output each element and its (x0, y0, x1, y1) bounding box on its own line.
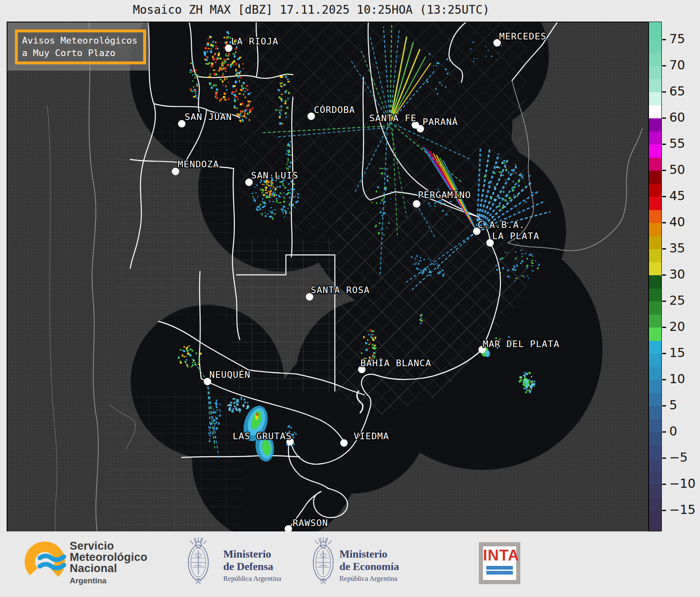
colorbar-tick-label: 25 (669, 293, 685, 308)
radar-echo-cell (272, 188, 273, 189)
radar-echo-cell (375, 197, 376, 199)
radar-echo-cell (494, 186, 495, 188)
colorbar-segment (649, 144, 661, 158)
radar-echo-cell (195, 364, 196, 365)
radar-echo-cell (387, 176, 388, 178)
radar-echo-cell (193, 86, 194, 88)
colorbar-segment (649, 262, 661, 276)
radar-echo-cell (288, 159, 289, 161)
radar-echo-cell (514, 267, 515, 269)
radar-echo-cell (216, 59, 218, 61)
radar-echo-cell (224, 99, 227, 100)
radar-echo-cell (260, 182, 261, 184)
radar-echo-cell (272, 182, 273, 184)
radar-echo-cell (242, 404, 244, 406)
radar-echo-cell (289, 166, 291, 167)
radar-echo-cell (222, 73, 224, 75)
radar-echo-cell (370, 329, 371, 331)
radar-echo-blob (256, 413, 259, 416)
radar-echo-cell (247, 405, 249, 407)
radar-echo-cell (520, 379, 522, 382)
smn-line1: Servicio (70, 541, 147, 552)
radar-echo-cell (283, 205, 284, 206)
radar-echo-cell (450, 201, 452, 202)
radar-echo-cell (208, 48, 210, 49)
radar-echo-cell (223, 63, 225, 64)
radar-echo-cell (288, 426, 289, 428)
colorbar-segment (649, 341, 661, 354)
radar-echo-cell (532, 270, 534, 272)
radar-echo-cell (524, 379, 527, 381)
colorbar-tick-mark (662, 379, 666, 380)
map-canvas: LA RIOJAMERCEDESSAN JUANCÓRDOBASANTA FEP… (7, 22, 648, 531)
colorbar-segment (649, 197, 661, 210)
radar-echo-cell (272, 193, 273, 196)
radar-echo-cell (383, 168, 384, 169)
colorbar-tick-label: 55 (669, 136, 685, 151)
radar-echo-cell (520, 262, 522, 264)
radar-echo-cell (215, 403, 216, 404)
radar-echo-cell (520, 378, 522, 379)
radar-echo-cell (275, 188, 276, 190)
warning-box[interactable]: Avisos Meteorológicos a Muy Corto Plazo (15, 29, 146, 64)
radar-echo-cell (185, 356, 187, 357)
radar-echo-cell (234, 398, 236, 399)
colorbar-segment (649, 484, 661, 498)
radar-echo-cell (532, 192, 534, 193)
radar-echo-cell (422, 313, 422, 315)
radar-echo-cell (214, 54, 216, 55)
radar-echo-cell (294, 443, 295, 445)
radar-echo-cell (186, 359, 187, 361)
radar-echo-cell (503, 191, 504, 193)
radar-echo-cell (283, 213, 284, 214)
radar-echo-cell (200, 353, 201, 355)
radar-echo-cell (415, 262, 417, 264)
radar-echo-cell (194, 90, 196, 91)
radar-echo-cell (367, 339, 368, 341)
radar-echo-cell (499, 271, 500, 272)
radar-echo-cell (528, 390, 530, 391)
radar-echo-cell (372, 344, 373, 345)
radar-echo-cell (209, 430, 210, 431)
colorbar-segment (649, 22, 661, 40)
radar-echo-cell (498, 206, 499, 207)
radar-echo-cell (221, 69, 222, 70)
radar-echo-cell (293, 436, 294, 438)
city-label: SAN LUIS (251, 170, 298, 181)
radar-echo-cell (529, 386, 530, 387)
radar-echo-cell (439, 264, 440, 266)
radar-echo-cell (437, 93, 439, 95)
radar-echo-cell (514, 281, 516, 281)
radar-echo-cell (273, 201, 274, 202)
radar-echo-cell (218, 70, 220, 71)
radar-echo-cell (268, 191, 270, 192)
city-dot (340, 439, 348, 447)
colorbar-segment (649, 171, 661, 184)
radar-echo-cell (285, 117, 287, 118)
radar-echo-cell (528, 372, 531, 374)
radar-echo-cell (219, 422, 220, 424)
radar-echo-cell (210, 49, 212, 50)
radar-echo-cell (499, 167, 500, 169)
colorbar-tick-mark (662, 117, 666, 119)
radar-echo-cell (371, 336, 372, 338)
radar-echo-cell (277, 186, 278, 188)
radar-echo-cell (265, 190, 267, 191)
radar-echo-cell (280, 109, 282, 111)
radar-echo-cell (291, 181, 292, 181)
radar-echo-cell (206, 56, 207, 57)
radar-echo-cell (243, 68, 244, 69)
radar-echo-cell (284, 217, 285, 218)
radar-echo-cell (237, 108, 238, 109)
colorbar-tick-label: 30 (669, 267, 685, 281)
warning-panel: Avisos Meteorológicos a Muy Corto Plazo (7, 22, 149, 71)
radar-echo-cell (530, 253, 532, 255)
radar-echo-cell (233, 64, 234, 66)
radar-echo-cell (445, 69, 447, 70)
radar-echo-cell (228, 53, 230, 56)
radar-echo-cell (505, 206, 506, 207)
radar-echo-cell (524, 375, 525, 377)
radar-echo-cell (239, 57, 241, 59)
radar-echo-cell (235, 91, 237, 92)
radar-echo-cell (429, 268, 429, 269)
